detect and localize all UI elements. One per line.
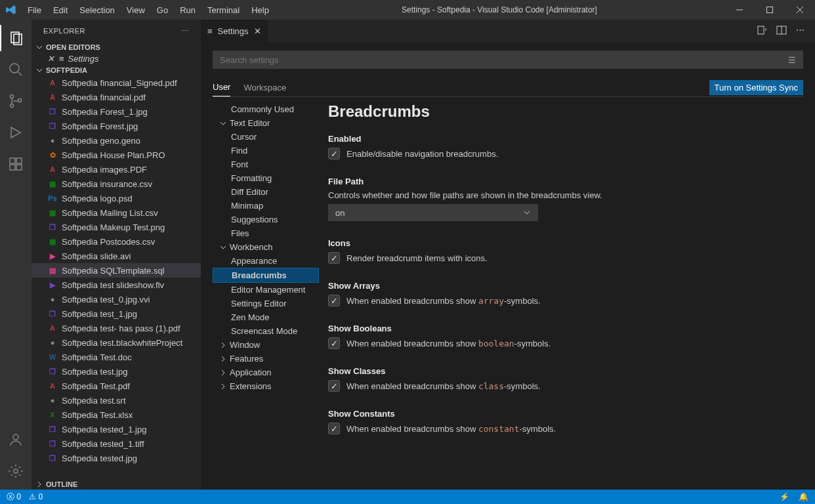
toc-item[interactable]: Screencast Mode	[213, 324, 319, 338]
status-warnings[interactable]: ⚠ 0	[29, 492, 43, 501]
close-icon[interactable]: ✕	[46, 54, 55, 64]
menu-terminal[interactable]: Terminal	[202, 3, 245, 18]
toc-item[interactable]: Settings Editor	[213, 297, 319, 310]
search-input[interactable]	[220, 55, 788, 65]
activity-run[interactable]	[0, 119, 31, 146]
toc-features[interactable]: Features	[213, 352, 319, 366]
chevron-down-icon	[35, 66, 43, 74]
tab-settings[interactable]: ≡ Settings ✕	[201, 20, 268, 43]
activity-settings[interactable]	[0, 458, 31, 484]
file-row[interactable]: WSoftpedia Test.doc	[31, 350, 201, 364]
toc-item[interactable]: Formatting	[213, 171, 319, 185]
toc-item[interactable]: Font	[213, 158, 319, 171]
filter-icon[interactable]: ☰	[788, 55, 796, 65]
file-row[interactable]: ❐Softpedia tested.jpg	[31, 451, 201, 465]
checkbox-arrays[interactable]	[328, 295, 340, 306]
file-row[interactable]: ▶Softpedia slide.avi	[31, 249, 201, 263]
file-row[interactable]: ❐Softpedia test_1.jpg	[31, 306, 201, 321]
activity-account[interactable]	[0, 427, 31, 453]
file-row[interactable]: ▦Softpedia insurance.csv	[31, 177, 201, 191]
file-row[interactable]: ●Softpedia geno.geno	[31, 133, 201, 148]
toc-extensions[interactable]: Extensions	[213, 379, 319, 393]
checkbox-booleans[interactable]	[328, 337, 340, 349]
file-row[interactable]: ❐Softpedia tested_1.tiff	[31, 436, 201, 451]
file-row[interactable]: ▦Softpedia Postcodes.csv	[31, 234, 201, 249]
file-row[interactable]: ❐Softpedia Makeup Test.png	[31, 220, 201, 234]
file-row[interactable]: XSoftpedia Test.xlsx	[31, 408, 201, 422]
file-row[interactable]: ▶Softpedia test slideshow.flv	[31, 278, 201, 292]
file-row[interactable]: ❐Softpedia test.jpg	[31, 364, 201, 379]
file-row[interactable]: ASoftpedia financial.pdf	[31, 90, 201, 104]
split-editor-icon[interactable]	[776, 25, 787, 37]
activity-explorer[interactable]	[0, 25, 31, 51]
maximize-button[interactable]	[755, 0, 785, 20]
open-editor-item[interactable]: ✕ ≡ Settings	[31, 52, 201, 65]
feedback-icon[interactable]: ⚡	[780, 492, 789, 501]
checkbox-enabled[interactable]	[328, 148, 340, 159]
select-filepath[interactable]: on	[328, 204, 538, 221]
file-row[interactable]: PsSoftpedia logo.psd	[31, 191, 201, 205]
toc-item[interactable]: Appearance	[213, 254, 319, 268]
more-icon[interactable]: ⋯	[182, 27, 190, 35]
toc-item[interactable]: Zen Mode	[213, 310, 319, 324]
toc-application[interactable]: Application	[213, 366, 319, 379]
checkbox-icons[interactable]	[328, 252, 340, 264]
close-button[interactable]	[785, 0, 815, 20]
file-row[interactable]: ●Softpedia test.blackwhiteProject	[31, 335, 201, 350]
scope-user[interactable]: User	[213, 78, 230, 96]
close-icon[interactable]: ✕	[254, 26, 261, 36]
minimize-button[interactable]	[724, 0, 755, 20]
file-row[interactable]: ❐Softpedia Forest_1.jpg	[31, 104, 201, 119]
open-editors-section[interactable]: OPEN EDITORS	[31, 42, 201, 52]
checkbox-constants[interactable]	[328, 423, 340, 434]
folder-section[interactable]: SOFTPEDIA	[31, 65, 201, 75]
settings-search[interactable]: ☰	[213, 51, 803, 69]
open-settings-json-icon[interactable]	[757, 25, 767, 37]
menu-run[interactable]: Run	[175, 3, 201, 18]
menu-selection[interactable]: Selection	[74, 3, 119, 18]
checkbox-classes[interactable]	[328, 380, 340, 392]
toc-window[interactable]: Window	[213, 338, 319, 352]
settings-sync-button[interactable]: Turn on Settings Sync	[709, 80, 803, 95]
file-row[interactable]: ●Softpedia test_0.jpg.vvi	[31, 292, 201, 306]
file-icon: ❐	[47, 222, 58, 232]
file-row[interactable]: ●Softpedia test.srt	[31, 393, 201, 408]
file-row[interactable]: ASoftpedia financial_Signed.pdf	[31, 75, 201, 90]
menu-go[interactable]: Go	[152, 3, 173, 18]
status-errors[interactable]: ⓧ 0	[7, 492, 21, 503]
toc-item[interactable]: Suggestions	[213, 213, 319, 226]
menu-edit[interactable]: Edit	[48, 3, 73, 18]
file-row[interactable]: ASoftpedia images.PDF	[31, 162, 201, 177]
more-icon[interactable]: ⋯	[796, 25, 805, 37]
notifications-icon[interactable]: 🔔	[799, 492, 808, 501]
file-row[interactable]: ASoftpedia Test.pdf	[31, 379, 201, 393]
toc-workbench[interactable]: Workbench	[213, 240, 319, 254]
toc-item[interactable]: Editor Management	[213, 283, 319, 297]
toc-item[interactable]: Files	[213, 226, 319, 240]
toc-text-editor[interactable]: Text Editor	[213, 116, 319, 130]
setting-description: When enabled breadcrumbs show array-symb…	[346, 296, 541, 306]
file-row[interactable]: ❐Softpedia Forest.jpg	[31, 119, 201, 133]
setting-title: Icons	[328, 238, 802, 248]
setting-filepath: File Path Controls whether and how file …	[328, 177, 802, 221]
activity-extensions[interactable]	[0, 151, 31, 177]
toc-item[interactable]: Diff Editor	[213, 185, 319, 199]
scope-workspace[interactable]: Workspace	[243, 79, 286, 96]
toc-item[interactable]: Breadcrumbs	[213, 268, 319, 283]
file-row[interactable]: ▦Softpedia Mailing List.csv	[31, 205, 201, 220]
toc-item[interactable]: Find	[213, 144, 319, 158]
activity-source-control[interactable]	[0, 88, 31, 114]
toc-commonly-used[interactable]: Commonly Used	[213, 102, 319, 116]
file-row[interactable]: ASoftpedia test- has pass (1).pdf	[31, 321, 201, 335]
menu-file[interactable]: File	[22, 3, 47, 18]
toc-item[interactable]: Minimap	[213, 199, 319, 213]
setting-title: File Path	[328, 177, 802, 186]
file-row[interactable]: ✿Softpedia House Plan.PRO	[31, 148, 201, 162]
file-row[interactable]: ▤Softpedia SQLTemplate.sql	[31, 263, 201, 278]
menu-help[interactable]: Help	[246, 3, 274, 18]
activity-search[interactable]	[0, 56, 31, 83]
file-row[interactable]: ❐Softpedia tested_1.jpg	[31, 422, 201, 436]
toc-item[interactable]: Cursor	[213, 130, 319, 144]
menu-view[interactable]: View	[121, 3, 150, 18]
outline-section[interactable]: OUTLINE	[31, 479, 201, 490]
